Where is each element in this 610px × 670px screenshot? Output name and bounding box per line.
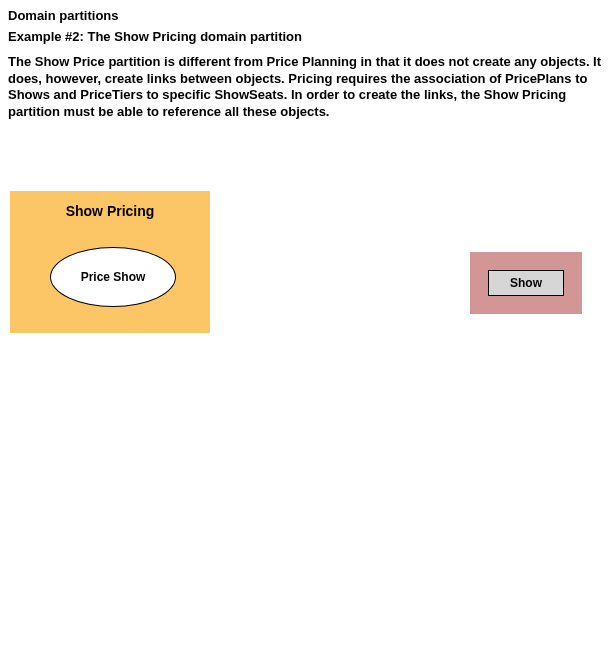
class-show: Show <box>488 270 564 296</box>
usecase-price-show: Price Show <box>50 247 176 307</box>
usecase-label: Price Show <box>81 270 146 284</box>
partition-show-pricing: Show Pricing Price Show <box>10 191 210 333</box>
partition-title: Show Pricing <box>10 191 210 219</box>
diagram-canvas: Show Pricing Price Show Show <box>8 191 602 671</box>
referenced-partition-panel: Show <box>470 252 582 314</box>
page-title: Domain partitions <box>8 8 602 23</box>
class-label: Show <box>510 276 542 290</box>
example-subtitle: Example #2: The Show Pricing domain part… <box>8 29 602 44</box>
intro-paragraph: The Show Price partition is different fr… <box>8 54 602 121</box>
